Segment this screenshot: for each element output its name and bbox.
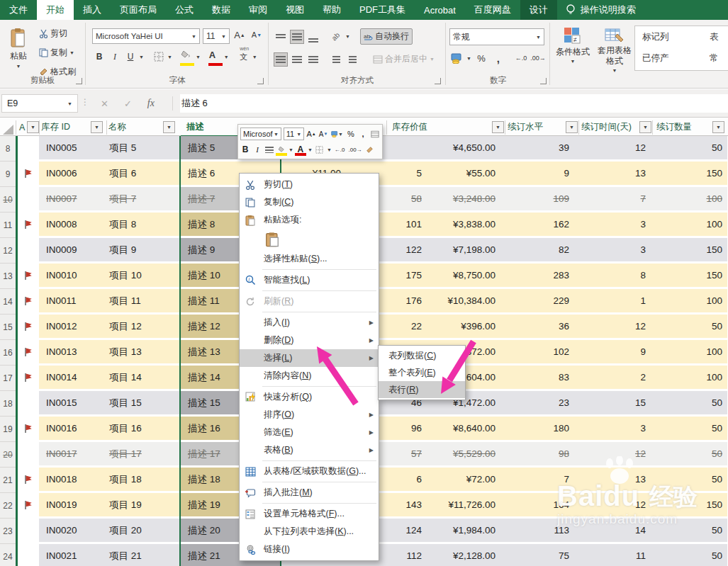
paste-button[interactable]: 粘贴 ▼ (4, 26, 33, 81)
cell-name[interactable]: 项目 13 (106, 340, 181, 366)
copy-button[interactable]: 复制 ▼ (35, 45, 79, 61)
column-header-描述[interactable]: 描述 (186, 119, 204, 135)
cell-reorder-quantity[interactable]: 150 (651, 493, 727, 519)
cell-flag[interactable] (18, 340, 39, 366)
cell-flag[interactable] (18, 417, 39, 442)
cell-flag[interactable] (18, 264, 39, 289)
underline-menu-arrow[interactable]: ▼ (139, 55, 144, 60)
cell-name[interactable]: 项目 9 (106, 238, 181, 264)
tab-百度网盘[interactable]: 百度网盘 (465, 0, 520, 20)
cell-reorder-quantity[interactable]: 100 (651, 213, 727, 238)
menu-item-筛选[interactable]: 筛选(E)▶ (240, 424, 379, 441)
cell-inventory-id[interactable]: IN0009 (39, 238, 106, 264)
cell-reorder-level[interactable]: 98 (504, 442, 578, 468)
cell-reorder-time-days[interactable]: 3 (578, 213, 651, 238)
borders-button[interactable] (152, 50, 166, 64)
tab-插入[interactable]: 插入 (74, 0, 111, 20)
cell-reorder-quantity[interactable]: 150 (651, 238, 727, 264)
cell-reorder-time-days[interactable]: 11 (578, 544, 651, 566)
cell-flag[interactable] (18, 289, 39, 315)
conditional-formatting-button[interactable]: ≠ 条件格式 ▼ (554, 27, 592, 64)
filter-dropdown-icon[interactable]: ▼ (91, 121, 103, 133)
cell-flag[interactable] (18, 468, 39, 493)
cell-inventory-id[interactable]: IN0021 (39, 544, 106, 566)
menu-item-复制[interactable]: 复制(C) (240, 193, 379, 211)
align-middle-icon[interactable] (290, 30, 304, 44)
cell-reorder-quantity[interactable]: 100 (651, 187, 727, 213)
cell-reorder-time-days[interactable]: 13 (578, 468, 651, 493)
cell-reorder-level[interactable]: 82 (504, 238, 578, 264)
font-color-menu-arrow[interactable]: ▼ (224, 55, 229, 60)
tell-me-search[interactable]: 操作说明搜索 (557, 0, 644, 20)
tab-页面布局[interactable]: 页面布局 (111, 0, 166, 20)
cell-inventory-value[interactable]: ¥396.00 (425, 315, 504, 340)
cell-name[interactable]: 项目 6 (106, 162, 181, 187)
cell-reorder-time-days[interactable]: 15 (578, 391, 651, 417)
cell-name[interactable]: 项目 16 (106, 417, 181, 442)
mini-comma-button[interactable]: , (358, 128, 368, 140)
tab-设计[interactable]: 设计 (520, 0, 557, 20)
menu-item-排序[interactable]: 排序(O)▶ (240, 406, 379, 424)
mini-font-size-combo[interactable]: 11▼ (284, 128, 304, 140)
cell-reorder-quantity[interactable]: 50 (651, 519, 727, 544)
cell-name[interactable]: 项目 8 (106, 213, 181, 238)
cell-reorder-quantity[interactable]: 150 (651, 264, 727, 289)
cell-reorder-quantity[interactable]: 100 (651, 289, 727, 315)
select-all-button[interactable] (3, 125, 13, 135)
number-format-combo[interactable]: 常规▼ (449, 28, 544, 45)
cell-inventory-value[interactable]: ¥3,248.00 (425, 187, 504, 213)
cell-reorder-level[interactable]: 39 (504, 136, 578, 162)
shrink-font-button[interactable]: A▼ (250, 28, 264, 42)
column-header-名称[interactable]: 名称 (108, 119, 126, 135)
name-box-dropdown-arrow[interactable]: ▼ (67, 101, 72, 106)
menu-item-表格[interactable]: 表格(B)▶ (240, 441, 379, 459)
column-header-续订数量[interactable]: 续订数量 (656, 119, 692, 135)
orientation-button[interactable]: ab (329, 30, 343, 44)
filter-dropdown-icon[interactable]: ▼ (27, 121, 39, 133)
cell-name[interactable]: 项目 11 (106, 289, 181, 315)
filter-dropdown-icon[interactable]: ▼ (639, 121, 651, 133)
format-as-table-button[interactable]: 套用表格格式 ▼ (595, 27, 634, 73)
cell-reorder-time-days[interactable]: 2 (578, 366, 651, 391)
tab-视图[interactable]: 视图 (276, 0, 313, 20)
cell-flag[interactable] (18, 519, 39, 544)
cell-flag[interactable] (18, 315, 39, 340)
decrease-indent-icon[interactable] (329, 52, 343, 67)
tab-审阅[interactable]: 审阅 (240, 0, 276, 20)
bold-button[interactable]: B (92, 50, 106, 64)
cell-name[interactable]: 项目 15 (106, 391, 181, 417)
menu-item-插入批注[interactable]: 插入批注(M) (240, 484, 379, 502)
cell-flag[interactable] (18, 213, 39, 238)
grow-font-button[interactable]: A▲ (233, 28, 247, 42)
align-bottom-icon[interactable] (306, 30, 320, 44)
submenu-item-表列数据[interactable]: 表列数据(C) (379, 347, 465, 364)
cell-styles-gallery[interactable]: 标记列表已停产常 (634, 26, 728, 71)
align-left-icon[interactable] (274, 52, 288, 67)
menu-item-智能查找[interactable]: i智能查找(L) (240, 271, 379, 289)
mini-center-button[interactable] (264, 143, 274, 156)
align-top-icon[interactable] (274, 30, 288, 44)
cell-flag[interactable] (18, 544, 39, 566)
cell-name[interactable]: 项目 5 (106, 136, 181, 162)
cell-reorder-level[interactable]: 23 (504, 391, 578, 417)
menu-item-插入[interactable]: 插入(I)▶ (240, 314, 379, 332)
cell-flag[interactable] (18, 238, 39, 264)
mini-grow-font-button[interactable]: A▲ (306, 128, 316, 140)
cell-inventory-value[interactable]: ¥11,726.00 (425, 493, 504, 519)
cell-inventory-id[interactable]: IN0006 (39, 162, 106, 187)
increase-indent-icon[interactable] (345, 52, 359, 67)
paste-option-button[interactable] (264, 231, 281, 248)
row-number[interactable]: 20 (0, 442, 16, 468)
mini-bold-button[interactable]: B (240, 143, 250, 156)
cell-inventory-id[interactable]: IN0019 (39, 493, 106, 519)
row-number[interactable]: 16 (0, 340, 16, 366)
wrap-text-button[interactable]: ab自动换行 (360, 28, 413, 45)
cell-reorder-quantity[interactable]: 50 (651, 544, 727, 566)
row-number[interactable]: 23 (0, 519, 16, 544)
cell-inventory-value[interactable]: ¥1,984.00 (425, 519, 504, 544)
cell-style-item[interactable]: 常 (702, 52, 728, 64)
submenu-item-整个表列[interactable]: 整个表列(E) (379, 364, 465, 381)
italic-button[interactable]: I (108, 50, 122, 64)
mini-font-name-combo[interactable]: Microsof▼ (240, 128, 281, 140)
comma-style-button[interactable]: , (491, 51, 505, 65)
